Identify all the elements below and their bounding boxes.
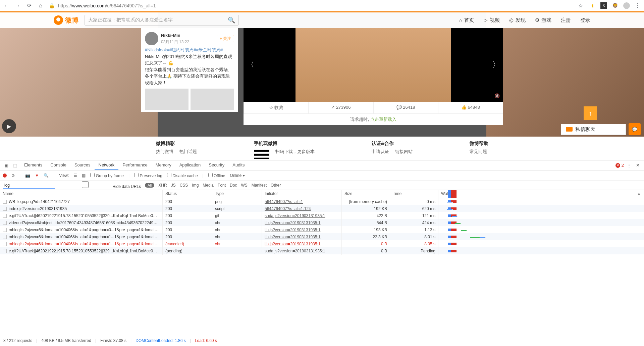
follow-button[interactable]: + 关注 xyxy=(217,35,234,42)
nav-register[interactable]: 注册 xyxy=(561,17,571,23)
mute-icon[interactable]: 🔇 xyxy=(494,93,500,98)
filter-type-doc[interactable]: Doc xyxy=(230,183,237,188)
menu-icon[interactable]: ⋮ xyxy=(625,163,633,168)
table-row[interactable]: mbloglist?ajwvr=6&domain=100406&is_all=1… xyxy=(0,233,644,240)
footer-link[interactable]: 链接网站 xyxy=(395,149,413,155)
group-by-frame-checkbox[interactable]: Group by frame xyxy=(90,173,124,178)
devtools-tab-security[interactable]: Security xyxy=(205,160,228,170)
col-size[interactable]: Size xyxy=(342,190,390,198)
nav-home[interactable]: ⌂ 首页 xyxy=(459,17,474,23)
device-icon[interactable]: ⬚ xyxy=(11,163,19,168)
hide-data-urls-checkbox[interactable]: Hide data URLs xyxy=(59,181,141,189)
stat-comment[interactable]: 💬 26418 xyxy=(374,102,438,113)
devtools-tab-performance[interactable]: Performance xyxy=(118,160,151,170)
table-row[interactable]: e.gif?UATrack||4620219221915.78.15520105… xyxy=(0,247,644,254)
col-name[interactable]: Name xyxy=(0,190,163,198)
avatar-icon[interactable] xyxy=(623,2,630,9)
table-row[interactable]: mbloglist?ajwvr=6&domain=100406&is_all=1… xyxy=(0,240,644,247)
devtools-tab-sources[interactable]: Sources xyxy=(70,160,95,170)
filter-type-css[interactable]: CSS xyxy=(180,183,188,188)
post-username[interactable]: Nikki-Min xyxy=(161,32,189,39)
col-time[interactable]: Time xyxy=(390,190,438,198)
thumbnail[interactable] xyxy=(191,89,234,110)
search-icon[interactable]: 🔍 xyxy=(44,173,49,178)
offline-checkbox[interactable]: Offline xyxy=(208,173,225,178)
filter-type-other[interactable]: Other xyxy=(271,183,281,188)
view-list-icon[interactable]: ☰ xyxy=(73,173,77,178)
extension-icon[interactable]: ◖ xyxy=(589,2,596,9)
address-bar[interactable]: 🔒 https://www.weibo.com/u/5644764907?is_… xyxy=(49,3,572,8)
devtools-tab-network[interactable]: Network xyxy=(95,160,119,170)
stat-like[interactable]: 👍 64848 xyxy=(438,102,503,113)
footer-link[interactable]: 扫码下载，更多版本 xyxy=(275,149,315,159)
camera-icon[interactable]: 📷 xyxy=(25,173,30,178)
nav-login[interactable]: 登录 xyxy=(580,17,590,23)
col-initiator[interactable]: Initiator xyxy=(262,190,342,198)
scroll-top-button[interactable]: ↑ xyxy=(584,106,597,120)
chat-button[interactable]: 私信聊天 xyxy=(561,124,626,135)
nav-video[interactable]: ▷ 视频 xyxy=(484,17,500,23)
devtools-tab-console[interactable]: Console xyxy=(46,160,70,170)
filter-all[interactable]: All xyxy=(145,183,154,188)
filter-type-img[interactable]: Img xyxy=(192,183,199,188)
nav-game[interactable]: ⚙ 游戏 xyxy=(535,17,551,23)
back-icon[interactable]: ← xyxy=(3,3,9,9)
chat-bubble-icon[interactable]: 💬 xyxy=(629,123,641,135)
preserve-log-checkbox[interactable]: Preserve log xyxy=(134,173,162,178)
search-input[interactable]: 大家正在搜：把常联系的人备注爱豆名字🔍 xyxy=(85,15,239,26)
devtools-tab-memory[interactable]: Memory xyxy=(152,160,175,170)
view-frame-icon[interactable]: ▦ xyxy=(82,173,86,178)
filter-type-media[interactable]: Media xyxy=(203,183,214,188)
star-icon[interactable]: ☆ xyxy=(578,2,584,9)
stat-share[interactable]: ↗ 273906 xyxy=(309,102,373,113)
menu-icon[interactable]: ⋮ xyxy=(635,2,641,9)
prev-icon[interactable]: 〈 xyxy=(246,60,256,70)
footer-link[interactable]: 热门话题 xyxy=(179,149,197,155)
avatar[interactable] xyxy=(145,32,158,45)
retry-link[interactable]: 点击重新载入 xyxy=(370,117,396,122)
forward-icon[interactable]: → xyxy=(15,3,21,9)
error-count[interactable]: ✕2 xyxy=(615,163,624,168)
filter-type-ws[interactable]: WS xyxy=(241,183,247,188)
devtools-tab-elements[interactable]: Elements xyxy=(20,160,46,170)
devtools-tab-audits[interactable]: Audits xyxy=(228,160,249,170)
post-tags[interactable]: #Nikkislook##纽约时装周##米兰时装周# xyxy=(145,47,234,53)
record-icon[interactable] xyxy=(3,174,7,178)
footer-link[interactable]: 热门微博 xyxy=(156,149,173,155)
filter-icon[interactable]: ▼ xyxy=(35,173,39,178)
table-row[interactable]: index.js?version=201903131935200script56… xyxy=(0,205,644,212)
nav-discover[interactable]: ◎ 发现 xyxy=(509,17,526,23)
filter-input[interactable] xyxy=(3,182,55,189)
thumbnail[interactable] xyxy=(145,89,189,110)
weibo-logo[interactable]: 微博 xyxy=(54,15,78,25)
stat-favorite[interactable]: ☆ 收藏 xyxy=(244,102,309,113)
table-row[interactable]: WB_logo.png?id=1404211047727200png564476… xyxy=(0,198,644,205)
table-row[interactable]: mbloglist?ajwvr=6&domain=100406&is_all=1… xyxy=(0,226,644,233)
footer-link[interactable]: 常见问题 xyxy=(470,149,487,155)
next-icon[interactable]: 〉 xyxy=(491,60,501,70)
clear-icon[interactable]: ⊘ xyxy=(11,173,15,178)
filter-type-js[interactable]: JS xyxy=(171,183,176,188)
footer-link[interactable]: 申请认证 xyxy=(372,149,389,155)
filter-type-xhr[interactable]: XHR xyxy=(158,183,167,188)
extension-icon[interactable]: X xyxy=(600,2,607,9)
close-icon[interactable]: ✕ xyxy=(634,163,641,168)
disable-cache-checkbox[interactable]: Disable cache xyxy=(167,173,198,178)
throttle-select[interactable]: Online ▾ xyxy=(230,173,245,178)
filter-type-manifest[interactable]: Manifest xyxy=(252,183,267,188)
table-row[interactable]: e.gif?UATrack||4620219221915.78.15520105… xyxy=(0,212,644,219)
inspect-icon[interactable]: ▣ xyxy=(3,163,10,168)
search-icon[interactable]: 🔍 xyxy=(228,16,235,24)
devtools-tab-application[interactable]: Application xyxy=(175,160,205,170)
table-row[interactable]: videourl?ajwvr=6&object_id=2017607:43493… xyxy=(0,219,644,226)
play-icon[interactable]: ▶ xyxy=(2,119,16,133)
video-player[interactable]: 〈 〉 🔇 xyxy=(244,28,503,102)
col-type[interactable]: Type xyxy=(212,190,262,198)
filter-type-font[interactable]: Font xyxy=(218,183,226,188)
network-filter-bar: Hide data URLs All XHRJSCSSImgMediaFontD… xyxy=(0,181,644,190)
reload-icon[interactable]: ⟳ xyxy=(26,2,32,9)
col-waterfall[interactable]: Waterfall▲ xyxy=(438,190,644,198)
col-status[interactable]: Status xyxy=(163,190,212,198)
extension-icon[interactable]: 🦁 xyxy=(612,2,619,9)
home-icon[interactable]: ⌂ xyxy=(38,3,44,9)
